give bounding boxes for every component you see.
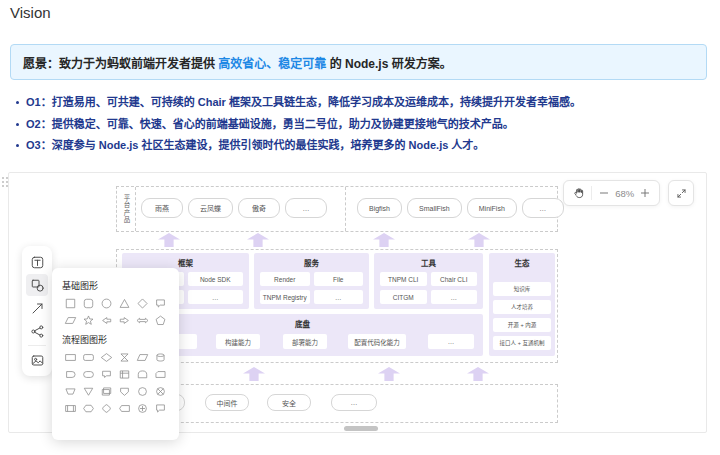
flow-rounded-rect-icon[interactable] [79,349,97,366]
diagram-node[interactable]: Render [260,272,310,286]
document-page: Vision 愿景：致力于为蚂蚁前端开发者提供 高效省心、稳定可靠 的 Node… [0,0,720,455]
stadium-icon[interactable] [79,366,97,383]
half-rounded-rect-icon[interactable] [61,366,79,383]
diagram-node[interactable]: … [314,290,364,304]
horizontal-scrollbar[interactable] [344,426,378,431]
group-divider [345,187,346,231]
diagram-node[interactable]: … [431,290,478,304]
arch-icon[interactable] [133,366,151,383]
diagram-node[interactable]: 开源 + 内源 [493,318,551,332]
up-arrow-shape[interactable] [378,367,400,381]
diagram-node[interactable]: TNPM Registry [260,290,310,304]
up-arrow-shape[interactable] [467,367,489,381]
trapezoid-icon[interactable] [61,383,79,400]
up-arrow-shape[interactable] [468,233,490,247]
page-title: Vision [10,4,51,21]
hexagon-icon[interactable] [79,400,97,417]
zoom-in-icon[interactable] [637,183,653,203]
square-icon[interactable] [61,295,79,312]
diagram-node[interactable]: 中间件 [205,394,249,411]
section-ecosystem[interactable]: 生态 知识库人才培养开源 + 内源接口人 + 互通机制 [489,253,555,356]
rounded-square-icon[interactable] [79,295,97,312]
section-service[interactable]: 服务 RenderFileTNPM Registry… [254,253,369,309]
infrastructure-container[interactable]: 中间件安全… [116,384,558,423]
product-node[interactable]: MiniFish [467,198,517,218]
triangle-down-icon[interactable] [79,383,97,400]
product-node[interactable]: 云凤蝶 [188,198,233,218]
objective-item: O2：提供稳定、可靠、快速、省心的前端基础设施，勇当二号位，助力及协建更接地气的… [14,114,714,136]
platform-products-container[interactable]: 平台产品 雨燕云凤蝶傲奇… BigfishSmallFishMiniFish… [116,186,558,232]
diagram-node[interactable]: … [331,394,377,411]
objective-item: O3：深度参与 Node.js 社区生态建设，提供引领时代的最佳实践，培养更多的… [14,135,714,157]
diagram-node[interactable]: TNPM CLI [380,272,427,286]
callout-icon[interactable] [97,366,115,383]
parallelogram-icon[interactable] [61,312,79,329]
image-tool-button[interactable] [26,349,48,371]
diagram-node[interactable]: File [314,272,364,286]
multi-document-icon[interactable] [97,383,115,400]
flow-diamond-icon[interactable] [97,349,115,366]
shield-down-icon[interactable] [115,383,133,400]
diagram-node[interactable]: 配置代码化能力 [348,334,406,349]
section-title: 工具 [374,253,483,268]
diagram-node[interactable]: 接口人 + 互通机制 [493,336,551,350]
product-node[interactable]: 雨燕 [141,198,183,218]
cylinder-icon[interactable] [151,349,169,366]
display-icon[interactable] [115,400,133,417]
text-tool-button[interactable] [26,251,48,273]
diagram-node[interactable]: … [428,334,474,349]
zoom-out-icon[interactable] [597,183,613,203]
diagram-node[interactable]: 部署能力 [283,334,327,349]
diagram-node[interactable]: Node SDK [188,272,244,286]
fullscreen-button[interactable] [668,180,694,206]
predefined-process-icon[interactable] [61,400,79,417]
diagram-node[interactable]: 构建能力 [216,334,260,349]
zoom-level: 68% [612,188,637,199]
flow-circle-icon[interactable] [133,383,151,400]
callout-highlight: 高效省心、稳定可靠 [218,57,326,71]
shape-tool-button[interactable] [26,274,48,296]
triangle-icon[interactable] [115,295,133,312]
internal-storage-icon[interactable] [115,366,133,383]
product-node[interactable]: SmallFish [407,198,462,218]
up-arrow-shape[interactable] [373,233,395,247]
circle-icon[interactable] [97,295,115,312]
product-node[interactable]: … [522,198,564,218]
up-arrow-shape[interactable] [158,233,180,247]
diamond-icon[interactable] [133,295,151,312]
product-node[interactable]: 傲奇 [238,198,280,218]
line-tool-button[interactable] [26,297,48,319]
hand-pan-icon[interactable] [570,183,586,203]
star-icon[interactable] [79,312,97,329]
circle-cross-icon[interactable] [151,383,169,400]
arrow-double-icon[interactable] [133,312,151,329]
speech-bubble-icon[interactable] [151,295,169,312]
diagram-node[interactable]: CITGM [380,290,427,304]
diagram-node[interactable]: 人才培养 [493,300,551,314]
text-icon [30,255,45,270]
callout-square-icon[interactable] [151,400,169,417]
hourglass-icon[interactable] [115,349,133,366]
flow-parallelogram-icon[interactable] [133,349,151,366]
product-node[interactable]: Bigfish [357,198,402,218]
platform-products-label: 平台产品 [117,187,136,231]
diagram-node[interactable]: Chair CLI [431,272,478,286]
section-tools[interactable]: 工具 TNPM CLIChair CLICITGM… [374,253,483,309]
arrow-right-icon[interactable] [115,312,133,329]
shape-toolbar [22,246,52,376]
flow-rect-icon[interactable] [61,349,79,366]
diagram-node[interactable]: 知识库 [493,282,551,296]
arrow-left-icon[interactable] [97,312,115,329]
up-arrow-shape[interactable] [247,233,269,247]
toolbar-divider [591,186,592,200]
diagram-node[interactable]: 安全 [267,394,311,411]
circle-plus-icon[interactable] [133,400,151,417]
diagram-node[interactable]: … [188,290,244,304]
diamond-rounded-icon[interactable] [97,400,115,417]
pentagon-icon[interactable] [151,312,169,329]
card-icon[interactable] [151,366,169,383]
connector-tool-button[interactable] [26,320,48,342]
basic-shapes-grid [61,295,170,329]
up-arrow-shape[interactable] [243,367,265,381]
product-node[interactable]: … [285,198,327,218]
